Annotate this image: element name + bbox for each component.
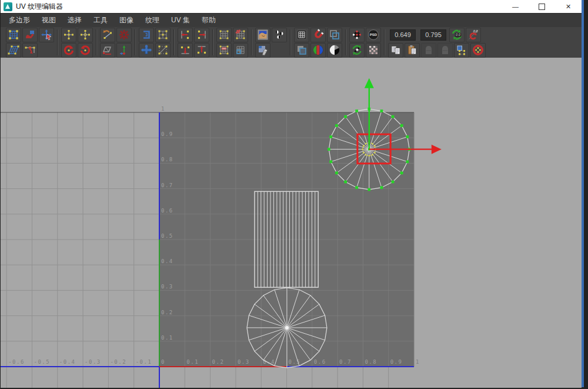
uv-canvas[interactable]: -0.6-0.5-0.4-0.3-0.2-0.100.10.20.30.40.5… <box>1 58 582 388</box>
rotate-cw-button[interactable] <box>78 43 93 58</box>
axis-tick-label: -0.1 <box>136 359 152 365</box>
rgb-sphere-button[interactable] <box>310 43 326 58</box>
grid-select-button[interactable] <box>6 28 21 42</box>
snap-grid-flower-button[interactable] <box>233 28 248 42</box>
cycle-dice-icon <box>351 44 363 56</box>
menu-bar: 多边形视图选择工具图像纹理UV 集帮助 <box>1 13 582 27</box>
maya-app-icon <box>4 2 12 11</box>
menu-item-5[interactable]: 图像 <box>113 14 139 27</box>
align-down-button[interactable] <box>178 43 193 58</box>
align-up-button[interactable] <box>194 43 209 58</box>
move-cursor-icon <box>41 29 52 41</box>
star-burst-button[interactable] <box>116 28 132 42</box>
snap-grid-icon <box>218 29 230 41</box>
axis-tick-label: 1 <box>161 106 165 112</box>
selected-uv-point <box>344 115 347 118</box>
dots-diagonal-icon <box>157 44 169 56</box>
translate-dots-alt-button[interactable] <box>78 28 93 42</box>
minimize-button[interactable]: — <box>502 0 529 13</box>
translate-dots-button[interactable] <box>61 28 76 42</box>
axis-tick-label: 0.6 <box>314 359 326 365</box>
skew-grid-button[interactable] <box>6 43 21 58</box>
menu-item-6[interactable]: 纹理 <box>139 14 165 27</box>
toolbar-separator <box>57 29 58 55</box>
rotate-badge-button[interactable]: 0.0 <box>466 28 481 42</box>
frame-overlap-icon <box>329 29 340 41</box>
grid-cross-dots-button[interactable] <box>155 28 171 42</box>
u-value-field[interactable]: 0.649 <box>390 29 416 41</box>
ghost-button <box>421 43 436 58</box>
close-button[interactable]: ✕ <box>555 0 582 13</box>
puzzle-button[interactable] <box>139 43 154 58</box>
uv-texture-editor-window: UV 纹理编辑器 — ✕ 多边形视图选择工具图像纹理UV 集帮助 PSD0.64… <box>0 0 582 387</box>
maximize-button[interactable] <box>529 0 555 13</box>
dots-diagonal-button[interactable] <box>155 43 171 58</box>
flip-bracket-button[interactable] <box>139 28 154 42</box>
cut-uv-button[interactable] <box>22 43 38 58</box>
bw-sphere-button[interactable] <box>327 43 342 58</box>
toolbar-separator <box>384 29 385 55</box>
circle-dots-red-icon <box>472 44 484 56</box>
toolbar: PSD0.6490.7950.00.0 <box>1 27 582 58</box>
cycle-badge-icon: 0.0 <box>451 29 463 41</box>
menu-item-1[interactable]: 多边形 <box>3 14 36 27</box>
v-value-field[interactable]: 0.795 <box>420 29 446 41</box>
uv-shell-cylinder-side[interactable] <box>255 191 318 287</box>
toolbar-group-2 <box>59 28 95 58</box>
ghost-icon <box>423 44 435 56</box>
flip-hand-button[interactable] <box>22 28 38 42</box>
menu-item-7[interactable]: UV 集 <box>165 14 196 27</box>
magnet-icon <box>312 29 324 41</box>
circle-dots-red-button[interactable] <box>470 43 486 58</box>
ghost-icon <box>439 44 451 56</box>
layers-icon <box>296 44 308 56</box>
snap-grid-flower-icon <box>235 29 246 41</box>
uv-canvas-area[interactable]: -0.6-0.5-0.4-0.3-0.2-0.100.10.20.30.40.5… <box>1 58 582 388</box>
snap-grid-button[interactable] <box>216 28 232 42</box>
menu-item-3[interactable]: 选择 <box>62 14 88 27</box>
align-up-icon <box>196 44 208 56</box>
paste-button[interactable] <box>405 43 420 58</box>
rotate-ccw-button[interactable] <box>61 43 76 58</box>
copy-icon <box>390 44 402 56</box>
axis-tick-label: 0.2 <box>212 359 225 365</box>
snap-grid-corner-button[interactable] <box>233 43 248 58</box>
menu-item-8[interactable]: 帮助 <box>196 14 222 27</box>
psd-button[interactable]: PSD <box>366 28 381 42</box>
snap-grid-minus-button[interactable] <box>216 43 232 58</box>
checker-fade-icon <box>368 44 379 56</box>
grid-dark-button[interactable] <box>294 28 309 42</box>
toolbar-group-7 <box>253 28 289 58</box>
menu-item-4[interactable]: 工具 <box>88 14 113 27</box>
star-burst-icon <box>118 29 130 41</box>
align-right-button[interactable] <box>194 28 209 42</box>
copy-button[interactable] <box>388 43 403 58</box>
flip-bracket-icon <box>141 29 152 41</box>
svg-text:0.0: 0.0 <box>456 33 461 36</box>
axis-tick-label: 0.7 <box>339 359 352 365</box>
dice-red-button[interactable] <box>349 28 365 42</box>
frame-overlap-button[interactable] <box>327 28 342 42</box>
skew-parallelogram-button[interactable] <box>100 43 115 58</box>
layers-button[interactable] <box>294 43 309 58</box>
axis-tick-label: 0.7 <box>161 182 173 188</box>
window-title: UV 纹理编辑器 <box>16 2 63 12</box>
selected-uv-point <box>328 148 330 151</box>
checker-fade-button[interactable] <box>366 43 381 58</box>
uv-frame-button[interactable] <box>454 43 469 58</box>
magnet-button[interactable] <box>310 28 326 42</box>
image-pen-button[interactable] <box>255 43 270 58</box>
dither-dots-button[interactable] <box>272 28 287 42</box>
image-face-button[interactable] <box>255 28 270 42</box>
image-face-icon <box>257 29 269 41</box>
move-cursor-button[interactable] <box>39 28 54 42</box>
axis-move-button[interactable] <box>116 43 132 58</box>
menu-item-2[interactable]: 视图 <box>36 14 62 27</box>
axis-tick-label: 0.9 <box>161 131 173 137</box>
toolbar-separator <box>251 29 252 55</box>
uv-shell-bottom-cap[interactable] <box>247 288 327 368</box>
cycle-badge-button[interactable]: 0.0 <box>449 28 465 42</box>
align-left-button[interactable] <box>178 28 193 42</box>
lasso-rotate-button[interactable] <box>100 28 115 42</box>
cycle-dice-button[interactable] <box>349 43 365 58</box>
